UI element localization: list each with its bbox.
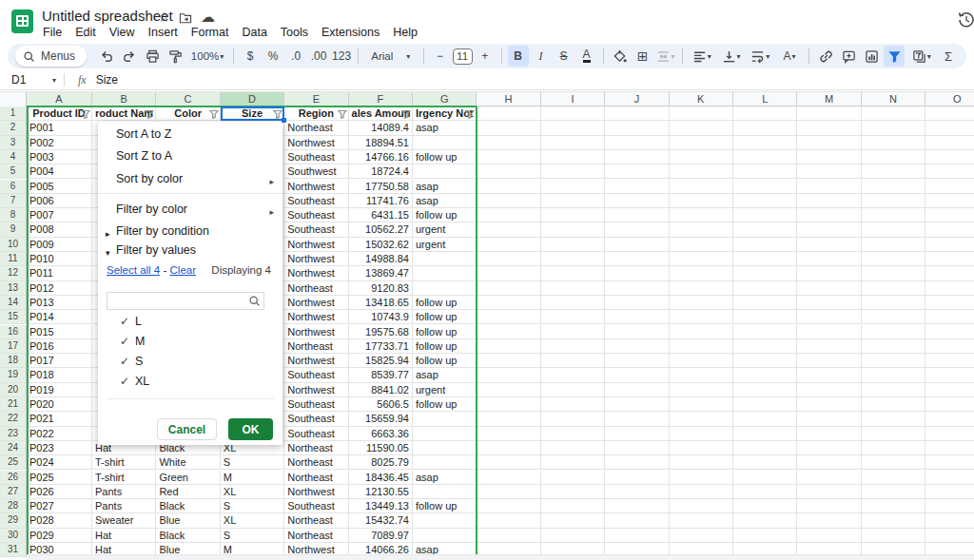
cell-L8[interactable]: [733, 208, 797, 222]
format-currency-button[interactable]: $: [240, 46, 261, 67]
name-box-caret-icon[interactable]: ▾: [52, 76, 56, 85]
cell-M12[interactable]: [797, 266, 861, 280]
cell-G17[interactable]: follow up: [413, 339, 477, 354]
cell-M8[interactable]: [797, 208, 861, 222]
cell-M26[interactable]: [797, 471, 861, 485]
cell-E5[interactable]: Southwest: [284, 164, 348, 179]
select-all-corner[interactable]: [0, 92, 27, 106]
menu-item-sort-z-a[interactable]: Sort Z to A: [98, 148, 282, 164]
row-number-29[interactable]: 29: [0, 513, 27, 528]
cell-G11[interactable]: [413, 252, 477, 266]
row-number-15[interactable]: 15: [0, 310, 27, 324]
menu-item-filter-by-color[interactable]: Filter by color ▸: [98, 202, 282, 217]
cell-N11[interactable]: [862, 252, 925, 266]
cell-H15[interactable]: [477, 310, 540, 324]
cell-M4[interactable]: [797, 150, 861, 164]
cell-L28[interactable]: [733, 499, 797, 513]
cell-G20[interactable]: urgent: [413, 383, 477, 397]
cell-H30[interactable]: [477, 529, 540, 543]
menu-format[interactable]: Format: [185, 24, 236, 41]
cell-O30[interactable]: [925, 529, 974, 543]
cell-H13[interactable]: [477, 281, 540, 296]
cell-D26[interactable]: M: [221, 471, 284, 485]
cell-O3[interactable]: [925, 136, 974, 150]
increase-font-size-button[interactable]: +: [475, 46, 496, 67]
cell-K27[interactable]: [670, 485, 733, 499]
column-header-B[interactable]: B: [92, 92, 156, 106]
cell-M27[interactable]: [797, 485, 861, 499]
cell-O7[interactable]: [925, 194, 974, 208]
cell-G8[interactable]: follow up: [413, 208, 477, 222]
cell-L22[interactable]: [733, 412, 797, 426]
cell-F23[interactable]: 6663.36: [349, 427, 413, 441]
cell-E17[interactable]: Northeast: [284, 339, 348, 354]
cell-B30[interactable]: Hat: [92, 529, 156, 543]
cell-C29[interactable]: Blue: [156, 513, 220, 528]
cell-M2[interactable]: [797, 121, 861, 135]
horizontal-align-button[interactable]: ▾: [689, 46, 716, 67]
row-number-14[interactable]: 14: [0, 296, 27, 310]
fill-handle[interactable]: [282, 118, 286, 123]
document-title[interactable]: Untitled spreadsheet: [42, 8, 173, 24]
cell-N9[interactable]: [862, 222, 925, 237]
vertical-align-button[interactable]: ▾: [717, 46, 745, 67]
cell-L29[interactable]: [733, 513, 797, 528]
row-number-24[interactable]: 24: [0, 441, 27, 455]
row-number-23[interactable]: 23: [0, 427, 27, 441]
cell-G18[interactable]: follow up: [413, 354, 477, 368]
cell-E23[interactable]: Southeast: [284, 427, 348, 441]
row-number-1[interactable]: 1: [0, 106, 27, 121]
cell-O2[interactable]: [925, 121, 974, 135]
cell-D30[interactable]: S: [221, 529, 284, 543]
cell-J13[interactable]: [605, 281, 669, 296]
paint-format-icon[interactable]: [165, 46, 185, 67]
cell-M7[interactable]: [797, 194, 861, 208]
cell-A16[interactable]: P015: [27, 325, 92, 339]
cell-H25[interactable]: [477, 455, 540, 470]
cell-G28[interactable]: follow up: [413, 499, 477, 513]
cell-H26[interactable]: [477, 471, 540, 485]
cell-A21[interactable]: P020: [27, 397, 92, 412]
cell-K3[interactable]: [670, 136, 733, 150]
functions-button[interactable]: Σ: [938, 46, 959, 67]
cell-G4[interactable]: follow up: [413, 150, 477, 164]
cell-F24[interactable]: 11590.05: [349, 441, 413, 455]
cell-A15[interactable]: P014: [27, 310, 92, 324]
column-header-F[interactable]: F: [349, 92, 413, 106]
cell-K13[interactable]: [670, 281, 733, 296]
font-select[interactable]: Arial▾: [364, 46, 418, 67]
row-number-11[interactable]: 11: [0, 252, 27, 266]
cell-O15[interactable]: [925, 310, 974, 324]
cell-N4[interactable]: [862, 150, 925, 164]
cell-J2[interactable]: [605, 121, 669, 135]
insert-comment-button[interactable]: [838, 46, 859, 67]
cell-I29[interactable]: [541, 513, 605, 528]
cell-A7[interactable]: P006: [27, 194, 92, 208]
cell-I7[interactable]: [541, 194, 605, 208]
cell-I1[interactable]: [541, 106, 605, 121]
column-header-J[interactable]: J: [605, 92, 669, 106]
menu-tools[interactable]: Tools: [274, 24, 315, 41]
cell-I23[interactable]: [541, 427, 605, 441]
cell-N10[interactable]: [862, 238, 925, 252]
cell-K1[interactable]: [670, 106, 733, 121]
cell-I30[interactable]: [541, 529, 605, 543]
row-number-30[interactable]: 30: [0, 529, 27, 543]
cell-M28[interactable]: [797, 499, 861, 513]
menu-insert[interactable]: Insert: [142, 24, 185, 41]
cell-N30[interactable]: [862, 529, 925, 543]
row-number-2[interactable]: 2: [0, 121, 27, 135]
cell-H11[interactable]: [477, 252, 540, 266]
cell-L10[interactable]: [733, 238, 797, 252]
text-color-button[interactable]: A: [576, 46, 597, 67]
cell-G23[interactable]: [413, 427, 477, 441]
row-number-16[interactable]: 16: [0, 325, 27, 339]
row-number-22[interactable]: 22: [0, 412, 27, 426]
cell-I11[interactable]: [541, 252, 605, 266]
cell-H20[interactable]: [477, 383, 540, 397]
cell-I8[interactable]: [541, 208, 605, 222]
cell-J6[interactable]: [605, 180, 669, 194]
merge-cells-button[interactable]: ▾: [655, 46, 676, 67]
cell-M3[interactable]: [797, 136, 861, 150]
cell-M20[interactable]: [797, 383, 861, 397]
